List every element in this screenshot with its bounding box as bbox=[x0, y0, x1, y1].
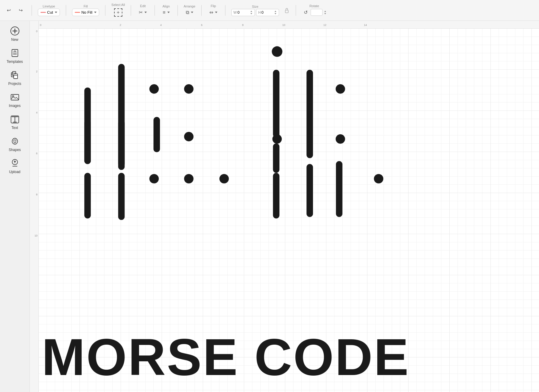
arrange-icon: ⧉ bbox=[186, 10, 189, 15]
height-label: H bbox=[258, 10, 261, 15]
separator-4 bbox=[131, 5, 131, 16]
flip-chevron bbox=[215, 12, 217, 13]
rotate-input[interactable] bbox=[311, 9, 323, 16]
separator-9 bbox=[296, 5, 296, 16]
rotate-label: Rotate bbox=[309, 4, 319, 8]
align-chevron bbox=[167, 12, 170, 13]
separator-2 bbox=[66, 5, 66, 16]
width-input[interactable] bbox=[237, 10, 249, 15]
sidebar-item-shapes[interactable]: Shapes bbox=[2, 133, 28, 154]
images-label: Images bbox=[9, 104, 21, 108]
ruler-h-2: 2 bbox=[120, 24, 121, 27]
ruler-h-14: 14 bbox=[364, 24, 367, 27]
select-all-label: Select All bbox=[111, 3, 125, 7]
edit-group: Edit ✂ bbox=[137, 4, 149, 16]
rotate-inputs: ↺ bbox=[302, 8, 327, 16]
separator-5 bbox=[155, 5, 155, 16]
fill-group: Fill No Fill bbox=[72, 4, 99, 16]
align-icon: ≡ bbox=[163, 10, 165, 15]
sidebar-item-templates[interactable]: Templates bbox=[2, 45, 28, 66]
undo-button[interactable]: ↩ bbox=[4, 6, 14, 15]
upload-label: Upload bbox=[9, 170, 20, 174]
align-button[interactable]: ≡ bbox=[161, 9, 171, 16]
select-all-button[interactable]: + bbox=[112, 7, 125, 18]
sidebar-item-images[interactable]: Images bbox=[2, 89, 28, 110]
linetype-group: Linetype Cut bbox=[38, 4, 60, 16]
canvas-grid bbox=[39, 29, 539, 392]
fill-color-swatch bbox=[75, 12, 80, 13]
templates-icon bbox=[10, 48, 20, 58]
undo-icon: ↩ bbox=[5, 7, 12, 14]
vertical-ruler: 0 2 4 6 8 10 bbox=[30, 21, 39, 392]
ruler-v-0: 0 bbox=[36, 30, 38, 33]
sidebar-item-projects[interactable]: Projects bbox=[2, 67, 28, 88]
align-group: Align ≡ bbox=[161, 4, 171, 16]
separator-8 bbox=[225, 5, 225, 16]
lock-icon[interactable] bbox=[284, 7, 290, 14]
redo-icon: ↪ bbox=[17, 7, 24, 14]
svg-rect-13 bbox=[11, 94, 19, 100]
separator-6 bbox=[177, 5, 178, 16]
ruler-v-8: 8 bbox=[36, 193, 38, 196]
width-stepper-icon[interactable] bbox=[250, 10, 253, 15]
main-area: New Templates bbox=[0, 21, 539, 392]
canvas-area[interactable]: 0 2 4 6 8 10 12 14 0 2 4 6 8 10 MORSE CO… bbox=[30, 21, 539, 392]
images-icon bbox=[10, 92, 20, 102]
linetype-color-swatch bbox=[40, 12, 46, 13]
arrange-button[interactable]: ⧉ bbox=[184, 9, 195, 16]
rotate-left-button[interactable]: ↺ bbox=[302, 8, 309, 16]
flip-button[interactable]: ⇔ bbox=[208, 8, 219, 16]
select-all-icon: + bbox=[114, 8, 122, 17]
size-group: Size W H bbox=[231, 5, 279, 16]
redo-button[interactable]: ↪ bbox=[15, 6, 26, 15]
fill-value: No Fill bbox=[81, 10, 92, 15]
height-stepper-icon[interactable] bbox=[274, 10, 277, 15]
text-label: Text bbox=[11, 126, 18, 130]
sidebar-item-new[interactable]: New bbox=[2, 23, 28, 44]
flip-label: Flip bbox=[211, 4, 216, 8]
size-label: Size bbox=[252, 5, 258, 8]
ruler-h-12: 12 bbox=[323, 24, 326, 27]
separator-1 bbox=[32, 5, 32, 16]
sidebar: New Templates bbox=[0, 21, 30, 392]
width-input-box: W bbox=[231, 9, 255, 16]
svg-rect-0 bbox=[285, 10, 288, 13]
rotate-ccw-icon: ↺ bbox=[304, 10, 308, 15]
undo-redo-group: ↩ ↪ bbox=[4, 6, 26, 15]
linetype-label: Linetype bbox=[43, 4, 55, 8]
align-label: Align bbox=[163, 4, 170, 8]
sidebar-item-upload[interactable]: Upload bbox=[2, 155, 28, 176]
arrange-label: Arrange bbox=[184, 4, 195, 8]
height-input[interactable] bbox=[261, 10, 273, 15]
svg-rect-11 bbox=[14, 74, 18, 79]
separator-7 bbox=[201, 5, 202, 16]
ruler-v-4: 4 bbox=[36, 111, 38, 114]
select-all-group: Select All + bbox=[111, 3, 125, 18]
new-icon bbox=[10, 26, 20, 36]
text-icon bbox=[10, 114, 20, 125]
rotate-stepper-icon[interactable] bbox=[324, 10, 327, 15]
projects-label: Projects bbox=[8, 82, 21, 86]
upload-icon bbox=[10, 158, 20, 169]
shapes-icon bbox=[10, 136, 20, 147]
templates-label: Templates bbox=[7, 60, 23, 64]
horizontal-ruler: 0 2 4 6 8 10 12 14 bbox=[39, 21, 539, 29]
ruler-h-10: 10 bbox=[282, 24, 285, 27]
edit-chevron bbox=[144, 12, 147, 13]
ruler-h-0: 0 bbox=[40, 24, 41, 27]
flip-group: Flip ⇔ bbox=[208, 4, 219, 16]
fill-label: Fill bbox=[84, 4, 88, 8]
scissors-icon: ✂ bbox=[139, 10, 143, 15]
edit-label: Edit bbox=[140, 4, 146, 8]
sidebar-item-text[interactable]: Text bbox=[2, 111, 28, 132]
arrange-chevron bbox=[191, 12, 193, 13]
size-inputs: W H bbox=[231, 9, 279, 16]
ruler-h-4: 4 bbox=[160, 24, 162, 27]
height-input-box: H bbox=[256, 9, 279, 16]
edit-button[interactable]: ✂ bbox=[137, 8, 149, 16]
width-label: W bbox=[233, 10, 237, 15]
ruler-v-2: 2 bbox=[36, 70, 38, 73]
linetype-select[interactable]: Cut bbox=[38, 9, 60, 16]
fill-select[interactable]: No Fill bbox=[72, 9, 99, 16]
separator-3 bbox=[105, 5, 105, 16]
